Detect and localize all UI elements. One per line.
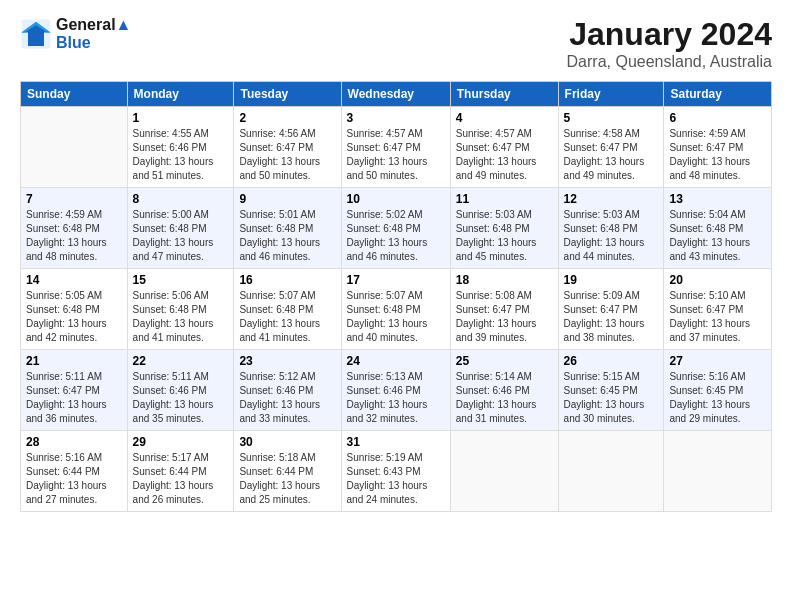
calendar-cell: 2Sunrise: 4:56 AM Sunset: 6:47 PM Daylig… (234, 107, 341, 188)
col-saturday: Saturday (664, 82, 772, 107)
calendar-cell (21, 107, 128, 188)
day-info: Sunrise: 5:07 AM Sunset: 6:48 PM Dayligh… (239, 289, 335, 345)
day-number: 2 (239, 111, 335, 125)
calendar-cell: 15Sunrise: 5:06 AM Sunset: 6:48 PM Dayli… (127, 269, 234, 350)
main-title: January 2024 (567, 16, 772, 53)
day-number: 28 (26, 435, 122, 449)
day-number: 10 (347, 192, 445, 206)
day-number: 30 (239, 435, 335, 449)
day-number: 29 (133, 435, 229, 449)
calendar-cell: 8Sunrise: 5:00 AM Sunset: 6:48 PM Daylig… (127, 188, 234, 269)
day-info: Sunrise: 5:14 AM Sunset: 6:46 PM Dayligh… (456, 370, 553, 426)
header: General▲ Blue January 2024 Darra, Queens… (20, 16, 772, 71)
day-info: Sunrise: 5:00 AM Sunset: 6:48 PM Dayligh… (133, 208, 229, 264)
day-info: Sunrise: 4:57 AM Sunset: 6:47 PM Dayligh… (347, 127, 445, 183)
day-info: Sunrise: 5:18 AM Sunset: 6:44 PM Dayligh… (239, 451, 335, 507)
day-number: 27 (669, 354, 766, 368)
day-info: Sunrise: 4:59 AM Sunset: 6:47 PM Dayligh… (669, 127, 766, 183)
day-number: 6 (669, 111, 766, 125)
calendar-cell: 3Sunrise: 4:57 AM Sunset: 6:47 PM Daylig… (341, 107, 450, 188)
day-number: 21 (26, 354, 122, 368)
day-info: Sunrise: 5:12 AM Sunset: 6:46 PM Dayligh… (239, 370, 335, 426)
calendar-cell: 17Sunrise: 5:07 AM Sunset: 6:48 PM Dayli… (341, 269, 450, 350)
calendar-cell: 13Sunrise: 5:04 AM Sunset: 6:48 PM Dayli… (664, 188, 772, 269)
day-info: Sunrise: 5:02 AM Sunset: 6:48 PM Dayligh… (347, 208, 445, 264)
day-info: Sunrise: 5:01 AM Sunset: 6:48 PM Dayligh… (239, 208, 335, 264)
day-number: 3 (347, 111, 445, 125)
calendar-cell: 30Sunrise: 5:18 AM Sunset: 6:44 PM Dayli… (234, 431, 341, 512)
day-number: 4 (456, 111, 553, 125)
day-info: Sunrise: 5:03 AM Sunset: 6:48 PM Dayligh… (564, 208, 659, 264)
day-number: 7 (26, 192, 122, 206)
day-info: Sunrise: 5:17 AM Sunset: 6:44 PM Dayligh… (133, 451, 229, 507)
day-info: Sunrise: 5:16 AM Sunset: 6:44 PM Dayligh… (26, 451, 122, 507)
calendar-cell (558, 431, 664, 512)
day-info: Sunrise: 5:10 AM Sunset: 6:47 PM Dayligh… (669, 289, 766, 345)
logo-icon (20, 18, 52, 50)
week-row-5: 28Sunrise: 5:16 AM Sunset: 6:44 PM Dayli… (21, 431, 772, 512)
day-info: Sunrise: 5:08 AM Sunset: 6:47 PM Dayligh… (456, 289, 553, 345)
calendar-cell: 9Sunrise: 5:01 AM Sunset: 6:48 PM Daylig… (234, 188, 341, 269)
day-number: 15 (133, 273, 229, 287)
day-info: Sunrise: 5:07 AM Sunset: 6:48 PM Dayligh… (347, 289, 445, 345)
logo: General▲ Blue (20, 16, 131, 52)
calendar-cell: 26Sunrise: 5:15 AM Sunset: 6:45 PM Dayli… (558, 350, 664, 431)
day-info: Sunrise: 5:19 AM Sunset: 6:43 PM Dayligh… (347, 451, 445, 507)
day-info: Sunrise: 5:11 AM Sunset: 6:46 PM Dayligh… (133, 370, 229, 426)
week-row-2: 7Sunrise: 4:59 AM Sunset: 6:48 PM Daylig… (21, 188, 772, 269)
calendar-table: Sunday Monday Tuesday Wednesday Thursday… (20, 81, 772, 512)
calendar-cell: 21Sunrise: 5:11 AM Sunset: 6:47 PM Dayli… (21, 350, 128, 431)
day-number: 26 (564, 354, 659, 368)
calendar-cell: 22Sunrise: 5:11 AM Sunset: 6:46 PM Dayli… (127, 350, 234, 431)
calendar-cell: 24Sunrise: 5:13 AM Sunset: 6:46 PM Dayli… (341, 350, 450, 431)
calendar-cell: 19Sunrise: 5:09 AM Sunset: 6:47 PM Dayli… (558, 269, 664, 350)
day-info: Sunrise: 5:06 AM Sunset: 6:48 PM Dayligh… (133, 289, 229, 345)
day-number: 20 (669, 273, 766, 287)
day-number: 25 (456, 354, 553, 368)
calendar-cell: 11Sunrise: 5:03 AM Sunset: 6:48 PM Dayli… (450, 188, 558, 269)
day-number: 24 (347, 354, 445, 368)
day-info: Sunrise: 4:57 AM Sunset: 6:47 PM Dayligh… (456, 127, 553, 183)
calendar-cell: 16Sunrise: 5:07 AM Sunset: 6:48 PM Dayli… (234, 269, 341, 350)
week-row-3: 14Sunrise: 5:05 AM Sunset: 6:48 PM Dayli… (21, 269, 772, 350)
calendar-cell: 31Sunrise: 5:19 AM Sunset: 6:43 PM Dayli… (341, 431, 450, 512)
day-info: Sunrise: 5:11 AM Sunset: 6:47 PM Dayligh… (26, 370, 122, 426)
day-info: Sunrise: 5:13 AM Sunset: 6:46 PM Dayligh… (347, 370, 445, 426)
calendar-cell: 1Sunrise: 4:55 AM Sunset: 6:46 PM Daylig… (127, 107, 234, 188)
calendar-cell: 12Sunrise: 5:03 AM Sunset: 6:48 PM Dayli… (558, 188, 664, 269)
day-number: 9 (239, 192, 335, 206)
calendar-cell: 25Sunrise: 5:14 AM Sunset: 6:46 PM Dayli… (450, 350, 558, 431)
calendar-cell: 20Sunrise: 5:10 AM Sunset: 6:47 PM Dayli… (664, 269, 772, 350)
calendar-cell (450, 431, 558, 512)
day-number: 13 (669, 192, 766, 206)
col-friday: Friday (558, 82, 664, 107)
col-sunday: Sunday (21, 82, 128, 107)
day-number: 23 (239, 354, 335, 368)
day-number: 16 (239, 273, 335, 287)
calendar-cell: 29Sunrise: 5:17 AM Sunset: 6:44 PM Dayli… (127, 431, 234, 512)
calendar-cell: 5Sunrise: 4:58 AM Sunset: 6:47 PM Daylig… (558, 107, 664, 188)
calendar-cell: 18Sunrise: 5:08 AM Sunset: 6:47 PM Dayli… (450, 269, 558, 350)
day-number: 11 (456, 192, 553, 206)
title-block: January 2024 Darra, Queensland, Australi… (567, 16, 772, 71)
col-tuesday: Tuesday (234, 82, 341, 107)
day-number: 1 (133, 111, 229, 125)
day-info: Sunrise: 5:16 AM Sunset: 6:45 PM Dayligh… (669, 370, 766, 426)
col-monday: Monday (127, 82, 234, 107)
day-number: 31 (347, 435, 445, 449)
calendar-cell: 6Sunrise: 4:59 AM Sunset: 6:47 PM Daylig… (664, 107, 772, 188)
calendar-cell (664, 431, 772, 512)
day-number: 8 (133, 192, 229, 206)
day-info: Sunrise: 5:15 AM Sunset: 6:45 PM Dayligh… (564, 370, 659, 426)
page: General▲ Blue January 2024 Darra, Queens… (0, 0, 792, 612)
calendar-cell: 27Sunrise: 5:16 AM Sunset: 6:45 PM Dayli… (664, 350, 772, 431)
calendar-cell: 14Sunrise: 5:05 AM Sunset: 6:48 PM Dayli… (21, 269, 128, 350)
day-info: Sunrise: 4:59 AM Sunset: 6:48 PM Dayligh… (26, 208, 122, 264)
week-row-4: 21Sunrise: 5:11 AM Sunset: 6:47 PM Dayli… (21, 350, 772, 431)
header-row: Sunday Monday Tuesday Wednesday Thursday… (21, 82, 772, 107)
sub-title: Darra, Queensland, Australia (567, 53, 772, 71)
day-info: Sunrise: 5:09 AM Sunset: 6:47 PM Dayligh… (564, 289, 659, 345)
day-info: Sunrise: 5:04 AM Sunset: 6:48 PM Dayligh… (669, 208, 766, 264)
day-number: 22 (133, 354, 229, 368)
calendar-cell: 7Sunrise: 4:59 AM Sunset: 6:48 PM Daylig… (21, 188, 128, 269)
